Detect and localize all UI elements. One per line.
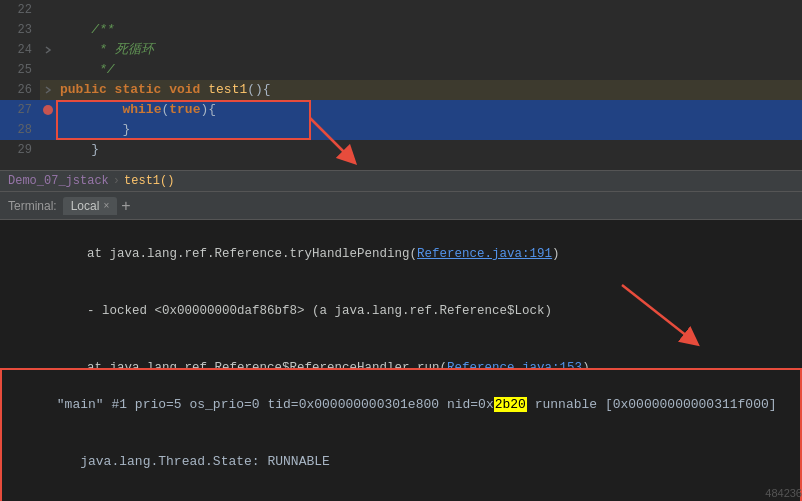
line-num-25: 25 (0, 60, 40, 80)
terminal-output: at java.lang.ref.Reference.tryHandlePend… (0, 220, 802, 368)
tab-close-button[interactable]: × (103, 200, 109, 211)
terminal-line-3: at java.lang.ref.Reference$ReferenceHand… (12, 340, 790, 368)
line-num-29: 29 (0, 140, 40, 160)
tid-highlight: 2b20 (494, 397, 527, 412)
terminal-label: Terminal: (8, 199, 57, 213)
line-num-26: 26 (0, 80, 40, 100)
code-line-23: 23 /** (0, 20, 802, 40)
fold-icon-24 (44, 43, 52, 57)
code-line-28: 28 } (0, 120, 802, 140)
line-content-28: } (56, 120, 802, 140)
code-editor: 22 23 /** 24 * 死循环 (0, 0, 802, 170)
line-content-23: /** (56, 20, 802, 40)
code-lines: 22 23 /** 24 * 死循环 (0, 0, 802, 160)
code-line-22: 22 (0, 0, 802, 20)
gutter-22 (40, 0, 56, 20)
watermark: 484236 (765, 487, 802, 499)
gutter-28 (40, 120, 56, 140)
code-line-27: 27 while(true){ (0, 100, 802, 120)
fold-icon-26 (44, 83, 52, 97)
gutter-26 (40, 80, 56, 100)
line-num-23: 23 (0, 20, 40, 40)
highlight-line-3: at com.ssx.jvmtools.Demo_07_jstack.test1… (10, 490, 792, 501)
main-container: 22 23 /** 24 * 死循环 (0, 0, 802, 501)
terminal-tabbar: Terminal: Local × + (0, 192, 802, 220)
line-content-26: public static void test1(){ (56, 80, 802, 100)
add-tab-button[interactable]: + (121, 197, 130, 215)
gutter-24 (40, 40, 56, 60)
highlight-line-2: java.lang.Thread.State: RUNNABLE (10, 433, 792, 490)
code-line-24: 24 * 死循环 (0, 40, 802, 60)
gutter-25 (40, 60, 56, 80)
ref-link-1[interactable]: Reference.java:191 (417, 247, 552, 261)
ref-link-2[interactable]: Reference.java:153 (447, 361, 582, 368)
line-num-27: 27 (0, 100, 40, 120)
code-line-26: 26 public static void test1(){ (0, 80, 802, 100)
terminal-line-1: at java.lang.ref.Reference.tryHandlePend… (12, 226, 790, 283)
terminal-line-2: - locked <0x00000000daf86bf8> (a java.la… (12, 283, 790, 340)
line-num-28: 28 (0, 120, 40, 140)
breadcrumb-class: Demo_07_jstack (8, 174, 109, 188)
highlight-block: "main" #1 prio=5 os_prio=0 tid=0x0000000… (0, 368, 802, 501)
code-line-25: 25 */ (0, 60, 802, 80)
tab-name: Local (71, 199, 100, 213)
breakpoint-27 (43, 105, 53, 115)
terminal-tab-local[interactable]: Local × (63, 197, 118, 215)
breadcrumb-method: test1() (124, 174, 174, 188)
breadcrumb-sep: › (113, 174, 120, 188)
line-content-25: */ (56, 60, 802, 80)
gutter-29 (40, 140, 56, 160)
breadcrumb-bar: Demo_07_jstack › test1() (0, 170, 802, 192)
gutter-27 (40, 100, 56, 120)
line-content-29: } (56, 140, 802, 160)
line-num-22: 22 (0, 0, 40, 20)
line-content-22 (56, 0, 802, 20)
line-content-24: * 死循环 (56, 40, 802, 60)
code-line-29: 29 } (0, 140, 802, 160)
line-content-27: while(true){ (56, 100, 802, 120)
line-num-24: 24 (0, 40, 40, 60)
gutter-23 (40, 20, 56, 40)
highlight-line-1: "main" #1 prio=5 os_prio=0 tid=0x0000000… (10, 376, 792, 433)
